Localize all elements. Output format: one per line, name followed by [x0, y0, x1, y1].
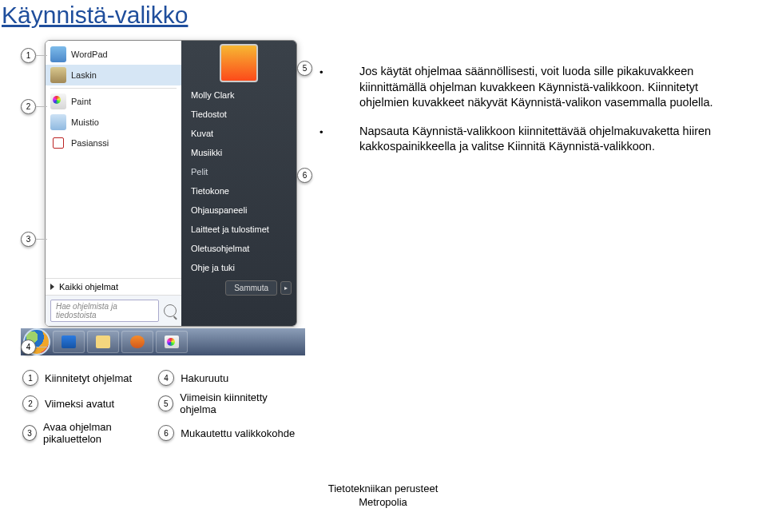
taskbar-item[interactable]: [156, 331, 188, 353]
legend-num: 5: [158, 395, 173, 411]
callout-3: 3: [21, 232, 36, 247]
callout-4: 4: [21, 339, 36, 355]
all-programs-label: Kaikki ohjelmat: [59, 282, 118, 292]
pinned-program[interactable]: WordPad: [46, 44, 181, 65]
user-avatar-area: [181, 41, 296, 85]
callout-2: 2: [21, 99, 36, 114]
footer-line: Tietotekniikan perusteet: [0, 482, 766, 496]
right-pane-item[interactable]: Kuvat: [181, 124, 296, 143]
footer: Tietotekniikan perusteet Metropolia: [0, 482, 766, 510]
callout-1: 1: [21, 48, 36, 63]
right-pane-item[interactable]: Musiikki: [181, 143, 296, 162]
explorer-icon: [96, 335, 110, 348]
bullet-marker: •: [319, 124, 359, 155]
right-pane-item[interactable]: Tietokone: [181, 181, 296, 200]
taskbar-item[interactable]: [53, 331, 85, 353]
shutdown-options-button[interactable]: ▸: [280, 281, 292, 295]
start-menu-right-pane: Molly Clark Tiedostot Kuvat Musiikki Pel…: [181, 41, 296, 326]
calculator-icon: [50, 67, 66, 83]
program-label: Paint: [71, 97, 91, 106]
start-menu-left-pane: WordPad Laskin Paint Muistio Pasianssi K…: [46, 41, 181, 326]
paint-icon: [50, 93, 66, 109]
start-menu-screenshot: 1 2 3 4 5 6 WordPad Laskin Paint Muistio…: [21, 40, 300, 355]
pinned-program[interactable]: Laskin: [46, 65, 181, 85]
recent-program[interactable]: Pasianssi: [46, 133, 181, 153]
ie-icon: [62, 335, 76, 348]
program-label: Pasianssi: [71, 138, 109, 148]
legend-num: 4: [158, 370, 174, 386]
recent-program[interactable]: Muistio: [46, 112, 181, 133]
search-row: Hae ohjelmista ja tiedostoista: [46, 295, 181, 326]
user-name[interactable]: Molly Clark: [181, 85, 296, 105]
avatar: [220, 44, 258, 82]
callout-6: 6: [297, 168, 312, 183]
search-input[interactable]: Hae ohjelmista ja tiedostoista: [50, 300, 159, 322]
notepad-icon: [50, 114, 66, 130]
legend-text: Mukautettu valikkokohde: [181, 427, 295, 439]
mediaplayer-icon: [130, 335, 145, 348]
program-label: Laskin: [71, 70, 97, 80]
legend-text: Viimeisin kiinnitetty ohjelma: [180, 391, 300, 415]
callout-5: 5: [297, 61, 312, 76]
footer-line: Metropolia: [0, 496, 766, 510]
bullet-text: Jos käytät ohjelmaa säännöllisesti, voit…: [359, 64, 766, 111]
bullet-text: Napsauta Käynnistä-valikkoon kiinnitettä…: [359, 124, 766, 155]
right-pane-item[interactable]: Pelit: [181, 162, 296, 181]
legend-text: Avaa ohjelman pikaluettelon: [43, 421, 158, 445]
legend-num: 6: [158, 425, 174, 441]
search-icon: [164, 304, 177, 317]
taskbar: [21, 328, 305, 355]
right-pane-item[interactable]: Laitteet ja tulostimet: [181, 220, 296, 239]
paint-icon: [165, 335, 179, 348]
right-pane-item[interactable]: Ohje ja tuki: [181, 258, 296, 277]
page-title: Käynnistä-valikko: [2, 2, 766, 29]
all-programs[interactable]: Kaikki ohjelmat: [46, 278, 181, 295]
solitaire-icon: [50, 135, 66, 151]
legend-text: Viimeksi avatut: [45, 398, 114, 410]
wordpad-icon: [50, 46, 66, 62]
bullet-marker: •: [319, 64, 359, 111]
legend-num: 3: [22, 425, 37, 441]
program-label: WordPad: [71, 50, 108, 59]
legend-num: 2: [22, 395, 38, 411]
program-label: Muistio: [71, 117, 99, 127]
taskbar-item[interactable]: [121, 331, 153, 353]
legend-text: Kiinnitetyt ohjelmat: [45, 372, 132, 384]
right-pane-item[interactable]: Ohjauspaneeli: [181, 200, 296, 220]
recent-program[interactable]: Paint: [46, 91, 181, 112]
arrow-right-icon: [50, 284, 54, 290]
legend-text: Hakuruutu: [181, 372, 228, 384]
body-text: • Jos käytät ohjelmaa säännöllisesti, vo…: [300, 40, 766, 451]
right-pane-item[interactable]: Tiedostot: [181, 105, 296, 124]
legend: 1Kiinnitetyt ohjelmat 4Hakuruutu 2Viimek…: [22, 370, 300, 445]
shutdown-button[interactable]: Sammuta: [225, 280, 277, 296]
right-pane-item[interactable]: Oletusohjelmat: [181, 239, 296, 258]
legend-num: 1: [22, 370, 38, 386]
taskbar-item[interactable]: [87, 331, 119, 353]
